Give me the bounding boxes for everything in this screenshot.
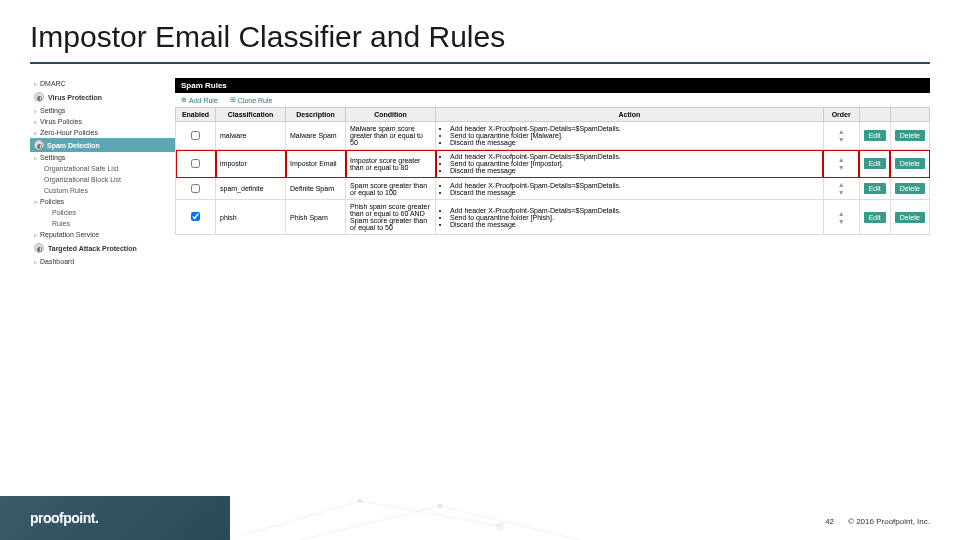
nav-label: Organizational Safe List [44, 165, 118, 172]
nav-label: Virus Policies [40, 118, 82, 125]
move-down-icon[interactable]: ▼ [838, 136, 845, 143]
sidebar-item-virus-protection[interactable]: ◐Virus Protection [30, 89, 175, 105]
table-row: phishPhish SpamPhish spam score greater … [176, 200, 930, 235]
expand-icon: ▹ [34, 118, 37, 125]
delete-button[interactable]: Delete [895, 158, 925, 169]
nav-label: Targeted Attack Protection [48, 245, 137, 252]
nav-label: Dashboard [40, 258, 74, 265]
svg-line-0 [240, 501, 360, 536]
delete-button[interactable]: Delete [895, 212, 925, 223]
sidebar-item-rules[interactable]: Rules [30, 218, 175, 229]
enabled-checkbox[interactable] [191, 131, 200, 140]
svg-point-4 [358, 499, 362, 503]
slide-title: Impostor Email Classifier and Rules [0, 0, 960, 62]
sidebar-item-targeted-attack-protection[interactable]: ◐Targeted Attack Protection [30, 240, 175, 256]
enabled-checkbox[interactable] [191, 184, 200, 193]
move-up-icon[interactable]: ▲ [838, 181, 845, 188]
delete-button[interactable]: Delete [895, 130, 925, 141]
add-rule-link[interactable]: ⊕ Add Rule [181, 96, 218, 104]
nav-label: Rules [52, 220, 70, 227]
order-cell: ▲▼ [823, 178, 859, 200]
edit-button[interactable]: Edit [864, 130, 886, 141]
expand-icon: ▹ [34, 154, 37, 161]
description-cell: Malware Spam [286, 122, 346, 150]
sidebar-item-organizational-safe-list[interactable]: Organizational Safe List [30, 163, 175, 174]
sidebar-item-custom-rules[interactable]: Custom Rules [30, 185, 175, 196]
enabled-checkbox[interactable] [191, 212, 200, 221]
move-up-icon[interactable]: ▲ [838, 128, 845, 135]
clone-icon: ⊞ [230, 96, 236, 104]
action-cell: Add header X-Proofpoint-Spam-Details=$Sp… [436, 200, 824, 235]
description-cell: Impostor Email [286, 150, 346, 178]
move-down-icon[interactable]: ▼ [838, 189, 845, 196]
footer: proofpoint. 42 © 2016 Proofpoint, Inc. [0, 496, 960, 540]
sidebar: ▹DMARC◐Virus Protection▹Settings▹Virus P… [30, 78, 175, 267]
nav-label: Settings [40, 154, 65, 161]
move-up-icon[interactable]: ▲ [838, 210, 845, 217]
action-cell: Add header X-Proofpoint-Spam-Details=$Sp… [436, 150, 824, 178]
sidebar-item-organizational-block-list[interactable]: Organizational Block List [30, 174, 175, 185]
nav-label: Settings [40, 107, 65, 114]
svg-line-1 [300, 506, 440, 540]
edit-button[interactable]: Edit [864, 158, 886, 169]
section-icon: ◐ [34, 243, 44, 253]
nav-label: Reputation Service [40, 231, 99, 238]
move-down-icon[interactable]: ▼ [838, 218, 845, 225]
main-panel: Spam Rules ⊕ Add Rule ⊞ Clone Rule Enabl… [175, 78, 930, 267]
sidebar-item-spam-detection[interactable]: ◐Spam Detection [30, 138, 175, 152]
clone-rule-label: Clone Rule [238, 97, 273, 104]
svg-line-3 [440, 506, 580, 540]
move-down-icon[interactable]: ▼ [838, 164, 845, 171]
expand-icon: ▹ [34, 258, 37, 265]
condition-cell: Malware spam score greater than or equal… [346, 122, 436, 150]
action-cell: Add header X-Proofpoint-Spam-Details=$Sp… [436, 178, 824, 200]
footer-meta: 42 © 2016 Proofpoint, Inc. [825, 517, 930, 526]
clone-rule-link[interactable]: ⊞ Clone Rule [230, 96, 273, 104]
sidebar-item-reputation-service[interactable]: ▹Reputation Service [30, 229, 175, 240]
delete-button[interactable]: Delete [895, 183, 925, 194]
nav-label: Policies [52, 209, 76, 216]
sidebar-item-virus-policies[interactable]: ▹Virus Policies [30, 116, 175, 127]
expand-icon: ▹ [34, 80, 37, 87]
condition-cell: Impostor score greater than or equal to … [346, 150, 436, 178]
sidebar-item-dmarc[interactable]: ▹DMARC [30, 78, 175, 89]
classification-cell: malware [216, 122, 286, 150]
svg-point-5 [438, 504, 442, 508]
nav-label: Custom Rules [44, 187, 88, 194]
description-cell: Definite Spam [286, 178, 346, 200]
sidebar-item-dashboard[interactable]: ▹Dashboard [30, 256, 175, 267]
classification-cell: impostor [216, 150, 286, 178]
sidebar-item-settings[interactable]: ▹Settings [30, 152, 175, 163]
edit-button[interactable]: Edit [864, 212, 886, 223]
expand-icon: ▹ [34, 107, 37, 114]
nav-label: Zero-Hour Policies [40, 129, 98, 136]
svg-line-2 [360, 501, 500, 526]
expand-icon: ▹ [34, 129, 37, 136]
copyright: © 2016 Proofpoint, Inc. [848, 517, 930, 526]
section-icon: ◐ [34, 92, 44, 102]
column-header: Enabled [176, 108, 216, 122]
expand-icon: ▹ [34, 231, 37, 238]
add-icon: ⊕ [181, 96, 187, 104]
rules-header: Spam Rules [175, 78, 930, 93]
column-header: Action [436, 108, 824, 122]
section-icon: ◐ [34, 140, 44, 150]
condition-cell: Spam score greater than or equal to 100 [346, 178, 436, 200]
sidebar-item-zero-hour-policies[interactable]: ▹Zero-Hour Policies [30, 127, 175, 138]
sidebar-item-settings[interactable]: ▹Settings [30, 105, 175, 116]
nav-label: Organizational Block List [44, 176, 121, 183]
sidebar-item-policies[interactable]: ▿Policies [30, 196, 175, 207]
enabled-checkbox[interactable] [191, 159, 200, 168]
move-up-icon[interactable]: ▲ [838, 156, 845, 163]
classification-cell: phish [216, 200, 286, 235]
sidebar-item-policies[interactable]: Policies [30, 207, 175, 218]
footer-brand-bg: proofpoint. [0, 496, 230, 540]
table-row: impostorImpostor EmailImpostor score gre… [176, 150, 930, 178]
nav-label: DMARC [40, 80, 66, 87]
nav-label: Virus Protection [48, 94, 102, 101]
column-header: Condition [346, 108, 436, 122]
order-cell: ▲▼ [823, 122, 859, 150]
order-cell: ▲▼ [823, 200, 859, 235]
edit-button[interactable]: Edit [864, 183, 886, 194]
column-header [890, 108, 929, 122]
